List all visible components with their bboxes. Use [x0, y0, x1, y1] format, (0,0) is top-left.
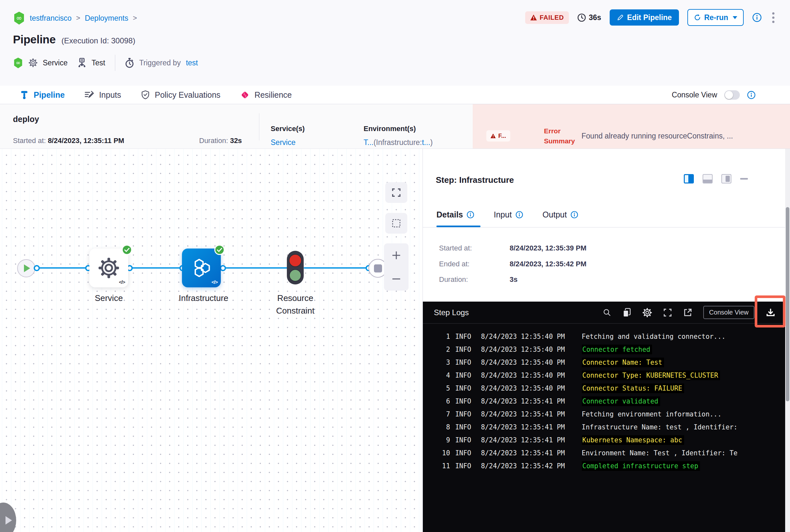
log-line-number: 10: [423, 449, 450, 457]
log-level: INFO: [455, 449, 471, 457]
log-timestamp: 8/24/2023 12:35:40 PM: [481, 372, 565, 379]
tab-resilience[interactable]: Resilience: [241, 90, 292, 100]
page-header: ∞ testfrancisco > Deployments > FAILED 3…: [0, 0, 790, 86]
log-level: INFO: [455, 332, 471, 340]
fullscreen-icon: [663, 308, 672, 317]
log-line: 5 INFO 8/24/2023 12:35:40 PM Connector S…: [423, 382, 786, 395]
execution-tab-bar: Pipeline Inputs Policy Evaluations Resil…: [0, 86, 790, 104]
external-link-icon: [683, 308, 692, 317]
scrollbar-thumb[interactable]: [786, 207, 789, 401]
info-icon[interactable]: [747, 91, 756, 99]
edit-pipeline-button[interactable]: Edit Pipeline: [610, 10, 679, 25]
log-line-number: 7: [423, 410, 450, 418]
log-level: INFO: [455, 384, 471, 392]
log-line-number: 1: [423, 332, 450, 340]
total-duration-value: 36s: [589, 13, 601, 22]
infrastructure-node-label: Infrastructure: [179, 293, 224, 303]
log-settings-button[interactable]: [642, 308, 652, 318]
copy-logs-button[interactable]: [622, 308, 631, 318]
error-status-badge: F...: [486, 130, 510, 142]
more-options-menu[interactable]: [770, 11, 776, 25]
divider: [259, 113, 259, 140]
graph-edge: [222, 267, 288, 269]
error-summary-text: Found already running resourceConstrains…: [582, 132, 733, 140]
error-summary-region: [473, 104, 790, 149]
graph-edge: [129, 267, 183, 269]
expand-panel-handle[interactable]: [0, 502, 16, 532]
services-label: Service(s): [271, 125, 305, 133]
rerun-button[interactable]: Re-run: [687, 9, 744, 26]
service-node-label: Service: [89, 293, 128, 303]
right-view-button[interactable]: [721, 174, 731, 184]
marquee-select-button[interactable]: [385, 213, 407, 234]
resource-constraint-node[interactable]: [287, 251, 304, 284]
panel-scrollbar[interactable]: [785, 149, 790, 532]
log-line-number: 2: [423, 346, 450, 354]
warning-icon: [491, 134, 496, 138]
log-level: INFO: [455, 423, 471, 431]
triggered-by-value[interactable]: test: [186, 59, 198, 67]
step-logs-header: Step Logs Console View: [423, 302, 786, 324]
info-icon[interactable]: [752, 13, 762, 22]
console-view-label: Console View: [672, 91, 717, 99]
service-name[interactable]: Service: [43, 59, 68, 67]
services-link[interactable]: Service: [271, 138, 296, 147]
info-icon: [570, 211, 578, 218]
success-check-icon: [214, 245, 225, 255]
detail-value: 8/24/2023, 12:35:39 PM: [510, 244, 586, 252]
open-in-new-button[interactable]: [683, 308, 692, 317]
infrastructure-step-node[interactable]: </>: [182, 248, 221, 287]
breadcrumb-separator: >: [133, 14, 137, 22]
detail-value: 3s: [510, 276, 517, 284]
fit-to-screen-button[interactable]: [385, 182, 407, 203]
bottom-view-button[interactable]: [703, 174, 713, 184]
fullscreen-logs-button[interactable]: [663, 308, 672, 317]
shield-check-icon: [141, 90, 150, 99]
breadcrumb-project-link[interactable]: testfrancisco: [30, 14, 72, 23]
split-view-button[interactable]: [684, 174, 694, 184]
tab-details[interactable]: Details: [437, 210, 474, 220]
stage-started-at: Started at: 8/24/2023, 12:35:11 PM: [13, 136, 124, 145]
environments-value[interactable]: T...(Infrastructure:t...): [364, 138, 433, 147]
service-step-node[interactable]: </>: [89, 248, 128, 287]
title-row: Pipeline (Execution Id: 30098): [13, 33, 135, 46]
traffic-light-green: [289, 269, 301, 282]
log-lines[interactable]: 1 INFO 8/24/2023 12:35:40 PM Fetching an…: [423, 330, 786, 473]
stage-duration: Duration: 32s: [199, 136, 242, 145]
detail-label: Ended at:: [439, 260, 470, 268]
environment-name[interactable]: Test: [92, 59, 105, 67]
tab-inputs[interactable]: Inputs: [85, 90, 121, 100]
log-message: Fetching environment information...: [582, 410, 722, 418]
log-level: INFO: [455, 462, 471, 470]
log-timestamp: 8/24/2023 12:35:40 PM: [481, 332, 565, 340]
zoom-in-button[interactable]: [384, 243, 409, 267]
console-view-button[interactable]: Console View: [703, 306, 754, 319]
panel-layout-controls: [684, 174, 748, 184]
log-message: Environment Name: Test , Identifier: Te: [582, 449, 738, 457]
download-button-highlight: [755, 296, 786, 327]
search-logs-button[interactable]: [603, 308, 611, 317]
tab-pipeline[interactable]: Pipeline: [20, 90, 65, 100]
tab-output[interactable]: Output: [543, 210, 578, 220]
pipeline-icon: [20, 90, 29, 99]
log-timestamp: 8/24/2023 12:35:40 PM: [481, 359, 565, 366]
step-logs-console: Step Logs Console View 1 INFO: [423, 302, 786, 532]
divider: [423, 227, 790, 228]
search-icon: [603, 308, 611, 317]
tab-policy-evaluations[interactable]: Policy Evaluations: [141, 90, 220, 100]
success-check-icon: [122, 245, 132, 255]
zoom-out-button[interactable]: [384, 267, 409, 290]
minimize-panel-button[interactable]: [740, 178, 748, 179]
detail-label: Duration:: [439, 276, 468, 284]
gear-icon: [29, 58, 38, 67]
inputs-icon: [85, 91, 94, 99]
hexagons-icon: [191, 257, 212, 279]
warning-icon: [530, 15, 537, 20]
console-view-toggle[interactable]: [724, 90, 740, 100]
log-message: Connector Type: KUBERNETES_CLUSTER: [582, 370, 720, 380]
execution-id: (Execution Id: 30098): [61, 36, 135, 45]
tab-input[interactable]: Input: [494, 210, 523, 220]
svg-text:∞: ∞: [16, 59, 20, 66]
breadcrumb-deployments-link[interactable]: Deployments: [85, 14, 128, 23]
pipeline-graph-canvas[interactable]: </> Service </> Infrastructure Resource …: [0, 149, 423, 532]
